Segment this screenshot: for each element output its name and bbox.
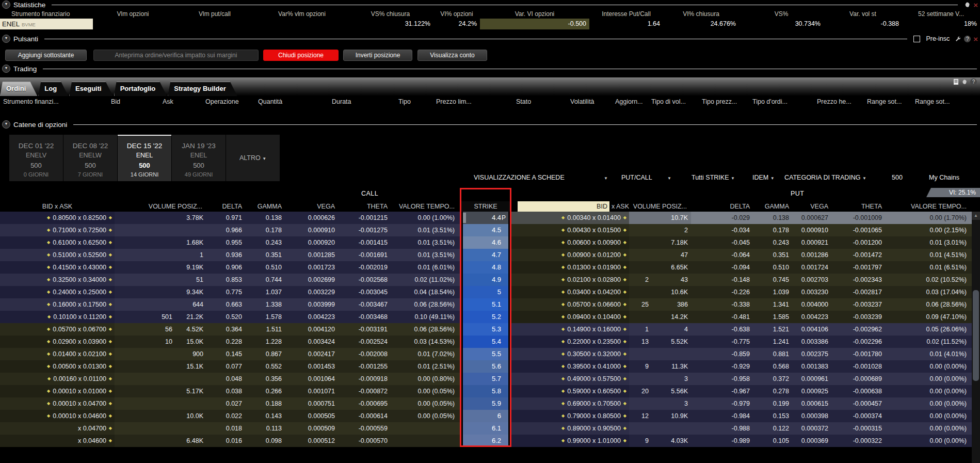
put-header-bid-ask[interactable]: BID x ASK — [511, 201, 629, 212]
call-bid-ask[interactable]: ◆0.02900 x 0.03900◆ — [0, 336, 115, 348]
call-header-valore[interactable]: VALORE TEMPO... — [392, 201, 460, 212]
strike-cell[interactable]: 5.3 — [460, 323, 511, 336]
strike-cell[interactable]: 5.8 — [460, 385, 511, 397]
order-col[interactable]: Ask — [163, 96, 173, 108]
call-header-gamma[interactable]: GAMMA — [246, 201, 286, 212]
option-row[interactable]: ◆0.01400 x 0.02100◆9000.1450.8670.002417… — [0, 348, 980, 360]
call-bid-ask[interactable]: ◆0.05700 x 0.06700◆ — [0, 323, 115, 336]
collapse-chains-icon[interactable]: ▼ — [2, 120, 10, 129]
order-col[interactable]: Range sot... — [915, 96, 950, 108]
call-bid-ask[interactable]: ◆0.61000 x 0.62500◆ — [0, 236, 115, 249]
order-col[interactable]: Tipo d'ordi... — [752, 96, 788, 108]
strike-cell[interactable]: 5.7 — [460, 373, 511, 385]
put-bid-ask[interactable]: ◆0.03400 x 0.04200◆ — [511, 286, 629, 298]
exchange-dropdown[interactable]: IDEM ▼ — [752, 172, 775, 184]
pre-insc-checkbox[interactable] — [913, 36, 920, 42]
strike-cell[interactable]: 6 — [460, 410, 511, 422]
order-col[interactable]: Volatilità — [570, 96, 595, 108]
tab-ordini[interactable]: Ordini — [0, 82, 37, 96]
call-bid-ask[interactable]: ◆0.01400 x 0.02100◆ — [0, 348, 115, 360]
put-bid-ask[interactable]: ◆0.00340 x 0.01400◆ — [511, 212, 629, 224]
my-chains-link[interactable]: My Chains — [929, 172, 959, 184]
help-icon[interactable]: ? — [970, 78, 977, 85]
put-header-theta[interactable]: THETA — [832, 201, 886, 212]
collapse-trading-icon[interactable]: ▼ — [2, 65, 10, 73]
put-header-volume-pos[interactable]: VOLUME POSIZ... — [629, 201, 691, 212]
put-bid-ask[interactable]: ◆0.09400 x 0.10400◆ — [511, 311, 629, 323]
call-bid-ask[interactable]: ◆0.71000 x 0.72500◆ — [0, 224, 115, 236]
tab-portafoglio[interactable]: Portafoglio — [114, 82, 167, 96]
put-bid-ask[interactable]: ◆0.30500 x 0.32000◆ — [511, 348, 629, 360]
view-account-button[interactable]: Visualizza conto — [417, 50, 487, 61]
order-col[interactable]: Prezzo lim... — [436, 96, 472, 108]
close-icon[interactable]: × — [973, 36, 978, 42]
put-bid-ask[interactable]: ◆0.89000 x 0.90500◆ — [511, 422, 629, 435]
strike-cell[interactable]: 5.9 — [460, 397, 511, 410]
order-col[interactable]: Stato — [516, 96, 531, 108]
reverse-position-button[interactable]: Inverti posizione — [343, 50, 412, 61]
instrument-cell[interactable]: ENELBVME — [0, 19, 93, 29]
option-row[interactable]: ◆0.24000 x 0.25000◆9.34K0.7751.0370.0032… — [0, 286, 980, 298]
help-icon[interactable]: ? — [964, 36, 971, 42]
order-col[interactable]: Tipo — [398, 96, 411, 108]
order-col[interactable]: Tipo di vol... — [651, 96, 686, 108]
tab-eseguiti[interactable]: Eseguiti — [69, 82, 113, 96]
strike-cell[interactable]: 4.8 — [460, 261, 511, 274]
vertical-scrollbar[interactable]: ▲ — [972, 212, 980, 463]
put-bid-ask[interactable]: ◆0.00900 x 0.01200◆ — [511, 249, 629, 261]
scroll-up-icon[interactable]: ▲ — [972, 212, 980, 220]
close-icon[interactable]: × — [973, 2, 978, 8]
option-row[interactable]: ◆0.41500 x 0.43000◆9.19K0.9060.5100.0017… — [0, 261, 980, 274]
putcall-dropdown[interactable]: PUT/CALL — [621, 172, 652, 184]
call-bid-ask[interactable]: ◆0.32500 x 0.34000◆ — [0, 274, 115, 286]
put-bid-ask[interactable]: ◆0.69000 x 0.70500◆ — [511, 397, 629, 410]
strike-cell[interactable]: 6.2 — [460, 435, 511, 447]
call-header-theta[interactable]: THETA — [339, 201, 392, 212]
put-header-valore[interactable]: VALORE TEMPO... — [886, 201, 972, 212]
option-row[interactable]: ◆x 0.04700◆0.0180.1130.000509-0.0005596.… — [0, 422, 980, 435]
call-bid-ask[interactable]: ◆0.00010 x 0.04600◆ — [0, 410, 115, 422]
call-bid-ask[interactable]: ◆x 0.04600◆ — [0, 435, 115, 447]
strike-cell[interactable]: 4.5 — [460, 224, 511, 236]
call-bid-ask[interactable]: ◆x 0.04700◆ — [0, 422, 115, 435]
hand-icon[interactable] — [964, 2, 971, 8]
put-bid-ask[interactable]: ◆0.00600 x 0.00900◆ — [511, 236, 629, 249]
put-header-vega[interactable]: VEGA — [793, 201, 832, 212]
add-underlying-button[interactable]: Aggiungi sottostante — [5, 50, 87, 61]
option-row[interactable]: ◆0.02900 x 0.03900◆1015.0K0.2281.2280.00… — [0, 336, 980, 348]
call-bid-ask[interactable]: ◆0.16000 x 0.17500◆ — [0, 298, 115, 311]
order-col[interactable]: Quantità — [258, 96, 282, 108]
order-col[interactable]: Strumento finanzi... — [3, 96, 59, 108]
scrollbar-thumb[interactable] — [973, 290, 979, 381]
order-preview-button[interactable]: Anteprima ordine/verifica impatto sui ma… — [93, 50, 259, 61]
put-bid-ask[interactable]: ◆0.14900 x 0.16000◆ — [511, 323, 629, 336]
strike-cell[interactable]: 5.6 — [460, 360, 511, 373]
option-row[interactable]: ◆0.16000 x 0.17500◆6440.6631.3380.003999… — [0, 298, 980, 311]
option-row[interactable]: ◆0.51000 x 0.52500◆10.9360.3510.001285-0… — [0, 249, 980, 261]
call-bid-ask[interactable]: ◆0.24000 x 0.25000◆ — [0, 286, 115, 298]
order-col[interactable]: Bid — [111, 96, 120, 108]
option-row[interactable]: ◆0.61000 x 0.62500◆1.68K0.9550.2430.0009… — [0, 236, 980, 249]
call-bid-ask[interactable]: ◆0.00160 x 0.01100◆ — [0, 373, 115, 385]
call-bid-ask[interactable]: ◆0.00010 x 0.01000◆ — [0, 385, 115, 397]
strike-cell[interactable]: 4.6 — [460, 236, 511, 249]
put-header-gamma[interactable]: GAMMA — [754, 201, 793, 212]
put-bid-ask[interactable]: ◆0.79000 x 0.80500◆ — [511, 410, 629, 422]
option-row[interactable]: ◆0.00010 x 0.01000◆5.17K0.0380.2660.0010… — [0, 385, 980, 397]
option-row[interactable]: ◆0.00010 x 0.04600◆10.0K0.0220.1430.0005… — [0, 410, 980, 422]
collapse-buttons-icon[interactable]: ▼ — [2, 35, 10, 43]
call-bid-ask[interactable]: ◆0.00500 x 0.01300◆ — [0, 360, 115, 373]
strike-cell[interactable]: 5.4 — [460, 336, 511, 348]
option-row[interactable]: ◆0.00160 x 0.01100◆0.0480.3560.001064-0.… — [0, 373, 980, 385]
option-row[interactable]: ◆0.10100 x 0.11200◆50121.2K0.5201.5780.0… — [0, 311, 980, 323]
view-mode-dropdown[interactable]: VISUALIZZAZIONE A SCHEDE — [474, 172, 565, 184]
trading-class-dropdown[interactable]: CATEGORIA DI TRADING ▼ — [784, 172, 866, 184]
put-bid-ask[interactable]: ◆0.39500 x 0.41000◆ — [511, 360, 629, 373]
call-bid-ask[interactable]: ◆0.51000 x 0.52500◆ — [0, 249, 115, 261]
put-bid-ask[interactable]: ◆0.00430 x 0.01500◆ — [511, 224, 629, 236]
strike-header[interactable]: STRIKE — [460, 201, 511, 212]
call-bid-ask[interactable]: ◆0.00010 x 0.04700◆ — [0, 397, 115, 410]
put-bid-ask[interactable]: ◆0.22000 x 0.23500◆ — [511, 336, 629, 348]
call-header-delta[interactable]: DELTA — [206, 201, 246, 212]
call-bid-ask[interactable]: ◆0.41500 x 0.43000◆ — [0, 261, 115, 274]
